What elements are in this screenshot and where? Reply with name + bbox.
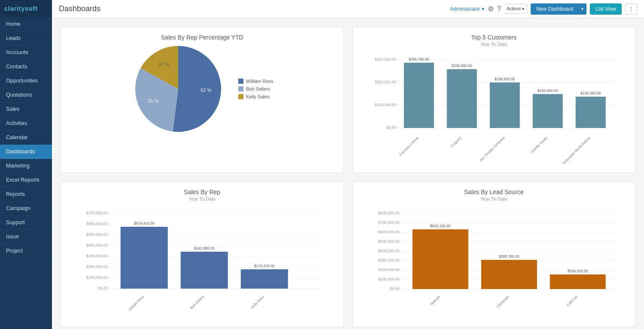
bar-bob-rep [181, 252, 228, 289]
legend-label-kelly: Kelly Sales [246, 94, 269, 99]
svg-text:$0.00: $0.00 [390, 286, 400, 291]
gear-icon[interactable]: ⚙ [488, 5, 494, 13]
svg-text:DaVille Studio: DaVille Studio [530, 136, 548, 154]
pie-label-1: 31 % [148, 98, 159, 104]
svg-text:$0.00: $0.00 [98, 286, 108, 290]
sidebar-item-activities[interactable]: Activities [0, 116, 52, 131]
legend-color-bob [238, 86, 243, 91]
svg-text:$633,130.00: $633,130.00 [430, 224, 451, 228]
bar-fairview [404, 63, 434, 128]
sales-by-rep-panel: Sales By Rep Year To Date $700,000.00 $6… [61, 181, 344, 327]
svg-text:$300,000.00: $300,000.00 [86, 254, 108, 258]
sidebar-item-contacts[interactable]: Contacts [0, 60, 52, 74]
pie-label-0: 52 % [200, 88, 211, 93]
sidebar-item-opportunities[interactable]: Opportunities [0, 74, 52, 88]
sales-rep-title: Sales By Rep [68, 189, 337, 195]
bar-campaign [481, 260, 537, 289]
actions-button[interactable]: Actions ▾ [504, 4, 528, 14]
svg-text:$179,223.00: $179,223.00 [254, 264, 275, 268]
topbar: Dashboards Administrator ▾ ⚙ ? Actions ▾… [52, 0, 644, 18]
svg-text:$100,000.00: $100,000.00 [374, 103, 396, 107]
bar-ace [489, 82, 519, 128]
svg-text:Cold Call: Cold Call [565, 295, 578, 307]
svg-text:Fingricks: Fingricks [450, 136, 462, 148]
bar-website [412, 229, 468, 289]
svg-text:$258,000.00: $258,000.00 [452, 64, 472, 68]
new-dashboard-split[interactable]: ▾ [579, 3, 586, 15]
admin-menu[interactable]: Administrator ▾ [450, 6, 484, 12]
sidebar-item-sales[interactable]: Sales [0, 102, 52, 116]
dashboard-content: Sales By Rep Percentage YTD 52 %31 %17 %… [52, 18, 644, 329]
svg-text:$600,000.00: $600,000.00 [86, 222, 108, 226]
svg-text:Ace Tomato Company: Ace Tomato Company [479, 136, 505, 162]
top5-customers-panel: Top 5 Customers Year To Date $300,000.00… [352, 27, 636, 173]
list-view-button[interactable]: List View [590, 3, 622, 15]
svg-text:$154,623.00: $154,623.00 [568, 269, 588, 273]
actions-button-group: Actions ▾ [504, 4, 528, 14]
pie-legend: William Ross Bob Sellers Kelly Sales [238, 79, 273, 99]
bar-federation [575, 97, 605, 128]
sidebar-item-support[interactable]: Support [0, 216, 52, 230]
svg-text:Campaign: Campaign [496, 295, 510, 308]
more-options-button[interactable]: ⋮ [625, 3, 637, 15]
pie-chart-container: 52 %31 %17 % William Ross Bob Sellers Ke… [68, 42, 337, 136]
sidebar-item-issue[interactable]: Issue [0, 230, 52, 244]
sales-lead-subtitle: Year To Date [360, 196, 629, 201]
new-dashboard-button[interactable]: New Dashboard [531, 3, 579, 15]
main-content: Dashboards Administrator ▾ ⚙ ? Actions ▾… [52, 0, 644, 329]
sidebar-item-dashboards[interactable]: Dashboards [0, 145, 52, 159]
svg-text:$0.00: $0.00 [386, 125, 396, 130]
svg-text:$199,500.00: $199,500.00 [495, 77, 515, 81]
top5-subtitle: Year To Date [360, 42, 629, 47]
legend-color-william [238, 79, 243, 84]
svg-text:William Ross: William Ross [128, 295, 145, 311]
svg-text:$500,000.00: $500,000.00 [86, 232, 108, 237]
svg-text:$286,760.00: $286,760.00 [409, 57, 429, 61]
sidebar-item-home[interactable]: Home [0, 17, 52, 31]
svg-text:$342,880.00: $342,880.00 [194, 246, 215, 250]
pie-chart-panel: Sales By Rep Percentage YTD 52 %31 %17 %… [61, 27, 344, 173]
bar-fingricks [447, 69, 477, 128]
svg-text:$800,000.00: $800,000.00 [378, 211, 399, 215]
sidebar-item-excel-reports[interactable]: Excel Reports [0, 173, 52, 187]
bar-daville [532, 94, 562, 128]
top5-title: Top 5 Customers [360, 34, 629, 41]
legend-label-william: William Ross [246, 79, 273, 84]
svg-text:$300,000.00: $300,000.00 [378, 258, 399, 262]
sidebar-item-marketing[interactable]: Marketing [0, 159, 52, 173]
sidebar-item-campaign[interactable]: Campaign [0, 201, 52, 216]
svg-text:$700,000.00: $700,000.00 [86, 211, 108, 215]
svg-text:Bob Sellers: Bob Sellers [190, 295, 205, 310]
svg-text:$400,000.00: $400,000.00 [378, 249, 399, 253]
svg-text:$600,000.00: $600,000.00 [378, 230, 399, 234]
sidebar-item-accounts[interactable]: Accounts [0, 46, 52, 60]
top5-bar-chart: $300,000.00 $200,000.00 $100,000.00 $0.0… [360, 52, 629, 164]
legend-kelly: Kelly Sales [238, 94, 273, 99]
help-icon[interactable]: ? [497, 5, 501, 13]
sidebar-item-leads[interactable]: Leads [0, 31, 52, 46]
sidebar-item-reports[interactable]: Reports [0, 187, 52, 201]
sales-rep-subtitle: Year To Date [68, 196, 337, 201]
svg-text:$138,030.00: $138,030.00 [580, 91, 601, 95]
sidebar-item-calendar[interactable]: Calendar [0, 131, 52, 145]
svg-text:$308,760.00: $308,760.00 [499, 254, 519, 259]
page-title: Dashboards [59, 4, 100, 13]
svg-text:$300,000.00: $300,000.00 [374, 57, 396, 61]
legend-color-kelly [238, 94, 243, 99]
svg-text:$150,000.00: $150,000.00 [538, 88, 558, 93]
svg-text:$100,000.00: $100,000.00 [378, 277, 399, 281]
bar-kelly-rep [241, 269, 288, 289]
bar-cold-call [550, 274, 605, 289]
svg-text:$700,000.00: $700,000.00 [378, 220, 399, 225]
pie-chart-svg: 52 %31 %17 % [131, 42, 225, 136]
topbar-actions: Administrator ▾ ⚙ ? Actions ▾ New Dashbo… [450, 3, 637, 15]
svg-text:$100,000.00: $100,000.00 [86, 275, 108, 280]
legend-william: William Ross [238, 79, 273, 84]
svg-text:$200,000.00: $200,000.00 [374, 80, 396, 84]
svg-text:$400,000.00: $400,000.00 [86, 243, 108, 247]
sales-rep-chart: $700,000.00 $600,000.00 $500,000.00 $400… [68, 207, 337, 318]
sidebar-item-project[interactable]: Project [0, 244, 52, 258]
sidebar-item-quotations[interactable]: Quotations [0, 88, 52, 102]
svg-text:$200,000.00: $200,000.00 [378, 268, 399, 272]
pie-label-2: 17 % [158, 62, 169, 67]
